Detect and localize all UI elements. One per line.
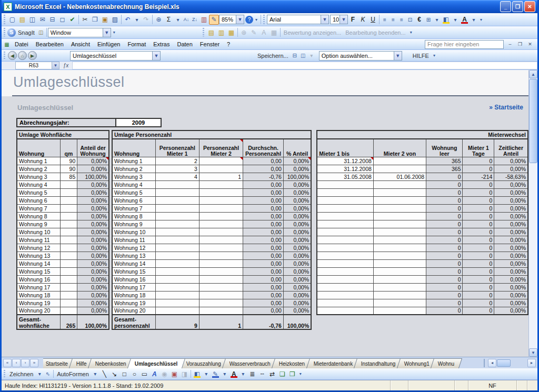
chart-wizard-icon[interactable]: ▥ xyxy=(199,15,209,25)
cell[interactable] xyxy=(199,228,243,236)
arrow-style-icon[interactable]: ⇄ xyxy=(267,369,277,379)
last-sheet-icon[interactable]: » xyxy=(30,359,38,367)
cell[interactable]: 0,00 xyxy=(243,228,284,236)
undo-dropdown-icon[interactable]: ▾ xyxy=(133,15,141,25)
cell[interactable]: Wohnung 9 xyxy=(17,220,60,228)
cell[interactable]: 0,00% xyxy=(494,275,528,283)
cell[interactable]: -0,76 xyxy=(243,173,284,180)
cell[interactable]: 0 xyxy=(463,275,494,283)
cell[interactable]: 100,00% xyxy=(283,315,311,329)
cell[interactable]: 0 xyxy=(463,157,494,165)
cell[interactable]: Wohnung 7 xyxy=(17,204,60,212)
menu-item-format[interactable]: Format xyxy=(124,40,149,48)
cell[interactable]: 0,00 xyxy=(243,188,284,196)
cell[interactable]: Wohnung 13 xyxy=(112,252,155,259)
cell[interactable] xyxy=(199,283,243,291)
cell[interactable]: 0,00 xyxy=(243,307,284,315)
menu-item-fenster[interactable]: Fenster xyxy=(196,40,223,48)
cell[interactable]: 0,00% xyxy=(283,259,311,267)
menu-item-extras[interactable]: Extras xyxy=(149,40,173,48)
cell[interactable] xyxy=(60,204,77,212)
cell[interactable]: 0 xyxy=(426,196,463,204)
cell[interactable]: 1 xyxy=(199,173,243,180)
cell[interactable]: 0 xyxy=(426,299,463,307)
cell[interactable]: 0,00 xyxy=(243,252,284,259)
cell[interactable]: 85 xyxy=(60,173,77,180)
cell[interactable]: 0 xyxy=(463,307,494,315)
cell[interactable] xyxy=(155,188,199,196)
cell[interactable] xyxy=(373,252,426,259)
new-icon[interactable]: ▢ xyxy=(7,15,17,25)
sheet-tab-wasserverbrauch[interactable]: Wasserverbrauch xyxy=(222,358,278,368)
cell[interactable]: 0,00% xyxy=(283,196,311,204)
cell[interactable] xyxy=(60,307,77,315)
cell[interactable] xyxy=(60,275,77,283)
toolbar-options-icon[interactable]: ▾ xyxy=(297,368,304,379)
header-cell[interactable]: Personenzahl Mieter 1 xyxy=(155,139,199,157)
cell[interactable]: 0,00 xyxy=(243,212,284,220)
header-cell[interactable]: Anteil der Wohnung xyxy=(77,139,109,157)
cell[interactable]: 01.06.2008 xyxy=(373,173,426,180)
cell[interactable] xyxy=(373,259,426,267)
cell[interactable]: 0,00% xyxy=(77,180,109,188)
cell[interactable]: Wohnung 17 xyxy=(112,283,155,291)
horizontal-scrollbar[interactable]: ◂ ▸ xyxy=(484,359,537,367)
cell[interactable] xyxy=(317,244,373,252)
cell[interactable] xyxy=(317,275,373,283)
hilfe-button[interactable]: HILFE xyxy=(411,53,431,59)
header-cell[interactable]: Zeitlicher Anteil xyxy=(494,139,528,157)
cell[interactable]: 0,00% xyxy=(494,196,528,204)
cell[interactable]: 0 xyxy=(426,180,463,188)
cell[interactable]: 0,00% xyxy=(494,259,528,267)
cell[interactable]: Wohnung 11 xyxy=(17,236,60,244)
cell[interactable]: Gesamt-wohnfläche xyxy=(17,315,60,329)
cell[interactable]: 0,00% xyxy=(494,236,528,244)
cell[interactable]: Wohnung 2 xyxy=(112,165,155,173)
cell[interactable]: 0,00% xyxy=(283,299,311,307)
cell[interactable]: 0 xyxy=(463,212,494,220)
cell[interactable] xyxy=(199,220,243,228)
cell[interactable]: Wohnung 4 xyxy=(112,180,155,188)
name-box-dropdown-icon[interactable]: ▼ xyxy=(52,62,59,69)
cell[interactable]: 365 xyxy=(426,165,463,173)
align-center-icon[interactable]: ≡ xyxy=(389,15,397,25)
zeichnen-menu[interactable]: Zeichnen xyxy=(7,371,35,377)
cell[interactable] xyxy=(317,252,373,259)
cell[interactable]: 0 xyxy=(426,228,463,236)
cell[interactable] xyxy=(155,307,199,315)
cell[interactable]: 0,00% xyxy=(77,165,109,173)
italic-icon[interactable]: K xyxy=(358,15,368,25)
cell[interactable] xyxy=(199,157,243,165)
cell[interactable]: Wohnung 15 xyxy=(112,267,155,275)
cell[interactable]: Wohnung 18 xyxy=(112,291,155,299)
cell[interactable]: 0,00% xyxy=(494,220,528,228)
back-icon[interactable]: ◀ xyxy=(8,51,17,60)
print-icon[interactable]: ⊟ xyxy=(47,15,57,25)
format-painter-icon[interactable]: ▨ xyxy=(110,15,120,25)
cell[interactable]: 0 xyxy=(463,267,494,275)
font-name-combo[interactable]: Arial▼ xyxy=(267,15,329,24)
cell[interactable]: 0 xyxy=(426,283,463,291)
cell[interactable] xyxy=(155,212,199,220)
cell[interactable] xyxy=(317,220,373,228)
cell[interactable] xyxy=(373,267,426,275)
help-icon[interactable]: ? xyxy=(245,16,253,24)
cell[interactable]: 0,00% xyxy=(283,180,311,188)
cell[interactable] xyxy=(373,196,426,204)
cell[interactable]: 0,00% xyxy=(283,157,311,165)
menu-item-bearbeiten[interactable]: Bearbeiten xyxy=(32,40,67,48)
cell[interactable]: 0,00% xyxy=(77,291,109,299)
cell[interactable]: 0,00% xyxy=(494,252,528,259)
autosum-icon[interactable]: Σ xyxy=(164,15,174,25)
header-cell[interactable]: Wohnung xyxy=(17,139,60,157)
cell[interactable]: Wohnung 19 xyxy=(112,299,155,307)
cell[interactable]: 0,00 xyxy=(243,291,284,299)
cell[interactable] xyxy=(373,307,426,315)
workbook-restore-icon[interactable]: ❐ xyxy=(516,41,524,48)
cell[interactable] xyxy=(199,180,243,188)
copy-icon[interactable]: ❐ xyxy=(90,15,100,25)
cell[interactable]: Wohnung 8 xyxy=(112,212,155,220)
cell[interactable] xyxy=(155,228,199,236)
cell[interactable]: Wohnung 2 xyxy=(17,165,60,173)
addin-button[interactable]: Bearbeitung beenden... xyxy=(343,29,407,36)
